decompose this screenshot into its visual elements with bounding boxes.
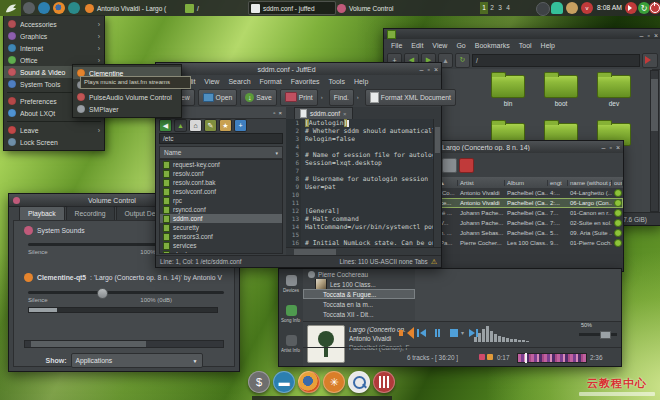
tray-shield-icon[interactable]: v — [581, 2, 593, 14]
playlist-row[interactable]: n. ...Johann Sebas...Pachelbel (Ca...5..… — [438, 228, 623, 238]
menubar-item-tool[interactable]: Tool — [519, 42, 532, 49]
sidebar-tab-artist-info[interactable]: Artist Info — [279, 329, 303, 359]
folder-boot[interactable]: boot — [541, 75, 581, 107]
start-menu-item-internet[interactable]: Internet› — [4, 42, 104, 54]
tray-ghost-icon[interactable] — [551, 2, 563, 14]
column-header-engt[interactable]: engt — [548, 180, 568, 186]
dock-app-center-icon[interactable]: ✳ — [323, 371, 345, 393]
toolbar-overflow-icon[interactable]: › — [321, 94, 323, 100]
editor-vscrollbar[interactable] — [433, 119, 441, 248]
scrollbar-handle[interactable] — [651, 79, 658, 131]
minimize-button[interactable]: – — [420, 66, 424, 73]
maximize-button[interactable]: ▫ — [609, 144, 611, 151]
playlist-row[interactable]: V...Johann Pache...Pachelbel (Ca...7:...… — [438, 218, 623, 228]
open-button[interactable]: Open — [198, 89, 238, 106]
sidebar-tab-song-info[interactable]: Song Info — [279, 299, 303, 329]
close-button[interactable]: × — [434, 66, 438, 73]
playlist-row[interactable]: ce...Antonio VivaldiPachelbel (Ca...2:..… — [438, 198, 623, 208]
column-header-oun[interactable]: oun — [612, 180, 623, 186]
playlist-row[interactable]: (Co...Antonio VivaldiPachelbel (Ca...4:.… — [438, 188, 623, 198]
application-menu-button[interactable] — [0, 0, 21, 16]
launcher-terminal-icon[interactable] — [23, 2, 35, 14]
launcher-monitor-icon[interactable] — [68, 2, 80, 14]
home-icon[interactable]: ⌂ — [189, 119, 202, 132]
menubar-item-view[interactable]: View — [204, 78, 219, 85]
volume-icon[interactable] — [399, 327, 411, 339]
dock-firefox-icon[interactable] — [298, 371, 320, 393]
tray-camera-icon[interactable] — [536, 2, 550, 16]
file-item-rpc[interactable]: rpc — [160, 196, 282, 205]
close-tab-icon[interactable]: × — [343, 111, 347, 117]
start-menu-item-lock-screen[interactable]: Lock Screen — [4, 136, 104, 148]
playlist-row[interactable]: ré ...Johann Pache...Pachelbel (Ca...7..… — [438, 208, 623, 218]
menubar-item-search[interactable]: Search — [228, 78, 250, 85]
file-item-resolv-conf-bak[interactable]: resolv.conf.bak — [160, 178, 282, 187]
volume-slider[interactable] — [579, 330, 617, 338]
start-menu-item-accessories[interactable]: Accessories› — [4, 18, 104, 30]
stop-button[interactable] — [447, 327, 460, 339]
record-icon[interactable] — [459, 158, 474, 173]
tray-badge-icon[interactable] — [566, 2, 578, 14]
library-item-toccata-fugue[interactable]: Toccata & Fugue... — [303, 289, 415, 299]
minimize-button[interactable]: – — [640, 32, 644, 39]
add-icon[interactable]: + — [234, 119, 247, 132]
column-header-artist[interactable]: Artist — [458, 180, 505, 186]
name-column-header[interactable]: Name ▾ — [159, 146, 283, 159]
scrollbar-handle[interactable] — [31, 341, 146, 347]
back-icon[interactable]: ◀ — [159, 119, 172, 132]
launcher-firefox-icon[interactable] — [53, 2, 65, 14]
file-item-request-key-conf[interactable]: request-key.conf — [160, 160, 282, 169]
submenu-item-smplayer[interactable]: SMPlayer — [73, 103, 181, 115]
maximize-button[interactable]: ▫ — [647, 32, 649, 39]
dock-wallet-icon[interactable]: $ — [248, 371, 270, 393]
scrollbar-handle[interactable] — [435, 127, 440, 153]
taskbar-juffed[interactable]: sddm.conf - juffed — [248, 1, 336, 15]
up-icon[interactable]: ▲ — [174, 119, 187, 132]
maximize-button[interactable]: ▫ — [427, 66, 429, 73]
taskbar-file-manager[interactable]: / — [182, 1, 216, 15]
menubar-item-format[interactable]: Format — [260, 78, 282, 85]
file-item-sensors3-conf[interactable]: sensors3.conf — [160, 232, 282, 241]
folder-bin[interactable]: bin — [488, 75, 528, 107]
editor-lines[interactable]: 1[Autologin]2# Whether sddm should autom… — [286, 119, 434, 248]
tray-power-icon[interactable] — [649, 2, 660, 14]
menubar-item-go[interactable]: Go — [456, 42, 465, 49]
save-button[interactable]: ↓Save — [240, 89, 277, 106]
menubar-item-edit[interactable]: Edit — [411, 42, 423, 49]
menubar-item-file[interactable]: File — [391, 42, 402, 49]
show-dropdown[interactable]: Applications ▼ — [71, 353, 203, 368]
bookmark-star-icon[interactable]: ★ — [219, 119, 232, 132]
seek-bar[interactable] — [517, 353, 587, 363]
menubar-item-help[interactable]: Help — [541, 42, 555, 49]
library-item-les-100-class[interactable]: Les 100 Class... — [303, 279, 415, 289]
pause-button[interactable] — [431, 327, 444, 339]
eject-button[interactable] — [642, 53, 658, 68]
file-item-resolvconf-conf[interactable]: resolvconf.conf — [160, 187, 282, 196]
close-button[interactable]: × — [616, 144, 620, 151]
file-item-resolv-conf[interactable]: resolv.conf — [160, 169, 282, 178]
taskbar-volume-control[interactable]: Volume Control — [334, 1, 408, 15]
library-item-pierre-cochereau[interactable]: Pierre Cochereau — [303, 269, 415, 279]
format-xml-button[interactable]: Format XML Document — [365, 89, 456, 106]
clock[interactable]: 8:08 AM — [597, 0, 622, 16]
menubar-item-bookmarks[interactable]: Bookmarks — [475, 42, 510, 49]
dock-file-manager-icon[interactable]: ▬ — [273, 371, 295, 393]
tab-playback[interactable]: Playback — [19, 206, 65, 220]
menubar-item-view[interactable]: View — [432, 42, 447, 49]
edit-icon[interactable]: ✎ — [204, 119, 217, 132]
float-panel-icon[interactable]: ▫ — [273, 110, 275, 116]
workspace-2[interactable]: 2 — [488, 2, 496, 14]
seek-position-marker[interactable] — [525, 353, 527, 363]
folder-dev[interactable]: dev — [594, 75, 634, 107]
refresh-button[interactable]: ↻ — [455, 53, 470, 68]
path-input[interactable]: / — [472, 54, 640, 67]
library-item-toccata-xii-dit[interactable]: Toccata XII - Dit... — [303, 309, 415, 319]
stop-dropdown-arrow[interactable]: ▾ — [461, 329, 464, 336]
slider-knob[interactable] — [600, 331, 611, 339]
library-item-toccata-en-la-m[interactable]: Toccata en la m... — [303, 299, 415, 309]
workspace-4[interactable]: 4 — [504, 2, 512, 14]
playlist-row[interactable]: Pa...Pierre Cocher...Les 100 Class...9..… — [438, 238, 623, 248]
dock-mixer-icon[interactable] — [373, 371, 395, 393]
previous-button[interactable] — [415, 327, 428, 339]
close-panel-icon[interactable]: × — [278, 110, 282, 116]
